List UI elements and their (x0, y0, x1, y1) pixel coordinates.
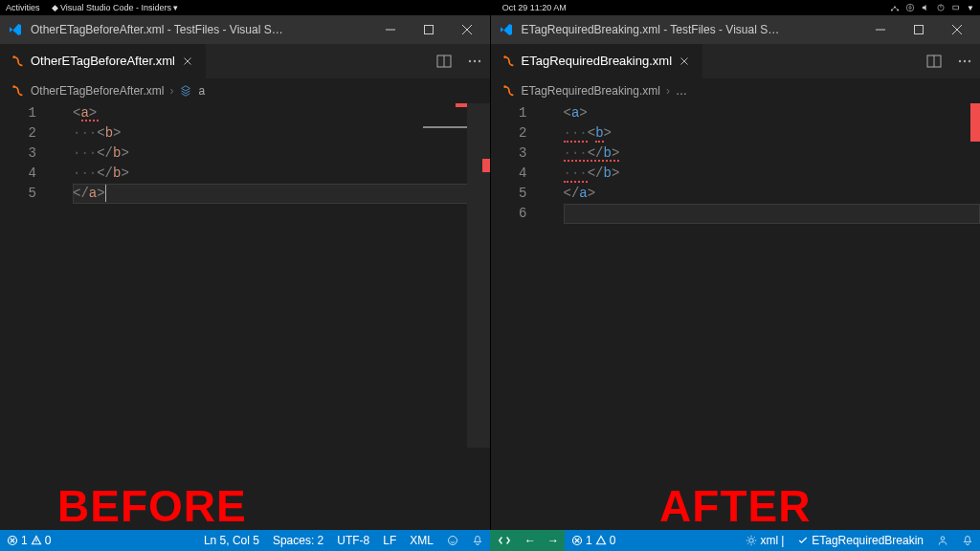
eol[interactable]: LF (376, 530, 403, 551)
task-status[interactable]: ETagRequiredBreakin (791, 530, 930, 551)
split-editor-button[interactable] (429, 44, 459, 78)
minimap[interactable] (467, 103, 490, 530)
svg-point-19 (964, 60, 966, 62)
svg-rect-7 (959, 7, 960, 8)
xml-file-icon (502, 84, 516, 98)
nav-forward[interactable]: → (542, 530, 565, 551)
xml-file-icon (502, 55, 516, 68)
svg-point-4 (909, 6, 910, 7)
minimap-thumb[interactable] (467, 103, 490, 448)
overview-ruler[interactable] (969, 103, 980, 530)
window-title: OtherETagBeforeAfter.xml - TestFiles - V… (31, 23, 368, 36)
left-titlebar[interactable]: OtherETagBeforeAfter.xml - TestFiles - V… (0, 15, 490, 44)
xml-file-icon (11, 55, 25, 68)
check-icon (797, 535, 809, 546)
chevron-down-icon: ▼ (967, 4, 974, 12)
split-editor-button[interactable] (919, 44, 949, 78)
clock[interactable]: Oct 29 11:20 AM (178, 3, 890, 12)
close-button[interactable] (942, 15, 972, 44)
tab-label: OtherETagBeforeAfter.xml (31, 54, 175, 68)
maximize-button[interactable] (413, 15, 444, 44)
more-actions-button[interactable] (949, 44, 980, 78)
code-content[interactable]: <a> ···<b> ···</b> ···</b> </a> (564, 103, 981, 224)
language-server[interactable]: xml | (739, 530, 791, 551)
feedback-button[interactable] (440, 530, 465, 551)
svg-point-21 (503, 85, 506, 88)
feedback-icon (447, 535, 458, 546)
text-cursor (105, 185, 106, 202)
minimize-button[interactable] (375, 15, 406, 44)
close-icon[interactable] (181, 55, 194, 68)
close-button[interactable] (452, 15, 482, 44)
settings-icon (746, 535, 757, 546)
svg-point-26 (941, 537, 945, 540)
svg-point-25 (749, 539, 754, 543)
language-mode[interactable]: XML (403, 530, 440, 551)
current-app[interactable]: ◆ Visual Studio Code - Insiders ▾ (52, 3, 179, 12)
cursor-position[interactable]: Ln 5, Col 5 (197, 530, 266, 551)
close-icon[interactable] (678, 55, 691, 68)
remote-button[interactable] (490, 530, 519, 551)
activities-button[interactable]: Activities (6, 3, 40, 12)
live-share[interactable] (930, 530, 955, 551)
line-gutter: 12345 (0, 103, 54, 204)
svg-point-20 (969, 60, 970, 62)
svg-rect-8 (424, 26, 433, 34)
svg-point-18 (959, 60, 961, 62)
statusbar: 1 0 Ln 5, Col 5 Spaces: 2 UTF-8 LF XML ←… (0, 530, 980, 551)
error-marker (970, 103, 980, 142)
right-titlebar[interactable]: ETagRequiredBreaking.xml - TestFiles - V… (491, 15, 981, 44)
volume-icon (921, 3, 930, 12)
svg-point-23 (449, 537, 457, 545)
right-editor[interactable]: 123456 <a> ···<b> ···</b> ···</b> </a> A… (491, 103, 981, 530)
right-breadcrumb[interactable]: ETagRequiredBreaking.xml › … (491, 78, 981, 103)
bell-icon (962, 535, 973, 546)
error-icon (7, 535, 18, 546)
tab-etagrequired[interactable]: ETagRequiredBreaking.xml (491, 44, 703, 78)
svg-point-16 (503, 55, 506, 58)
svg-point-9 (12, 55, 15, 58)
after-label: AFTER (491, 496, 981, 517)
before-label: BEFORE (57, 496, 247, 517)
right-statusbar: ← → 1 0 xml | ETagRequiredBreakin (490, 530, 980, 551)
battery-icon (951, 3, 961, 12)
left-editor[interactable]: 12345 <a> ···<b> ···</b> ···</b> </a> BE… (0, 103, 490, 530)
left-statusbar: 1 0 Ln 5, Col 5 Spaces: 2 UTF-8 LF XML (0, 530, 490, 551)
tab-otheretag[interactable]: OtherETagBeforeAfter.xml (0, 44, 206, 78)
notifications-button[interactable] (955, 530, 980, 551)
minimap-error-marker (482, 159, 490, 172)
svg-point-11 (468, 60, 470, 62)
right-window: ETagRequiredBreaking.xml - TestFiles - V… (491, 15, 981, 530)
remote-icon (498, 534, 511, 547)
maximize-button[interactable] (903, 15, 934, 44)
accessibility-icon (905, 3, 915, 12)
xml-file-icon (11, 84, 25, 98)
svg-rect-6 (953, 6, 959, 10)
right-tabbar: ETagRequiredBreaking.xml (491, 44, 981, 78)
code-content[interactable]: <a> ···<b> ···</b> ···</b> </a> (73, 103, 490, 204)
minimize-button[interactable] (865, 15, 896, 44)
bell-icon (472, 535, 483, 546)
breadcrumb-file[interactable]: ETagRequiredBreaking.xml (522, 84, 660, 98)
notifications-button[interactable] (465, 530, 490, 551)
tab-label: ETagRequiredBreaking.xml (522, 54, 673, 68)
desktop-topbar: Activities ◆ Visual Studio Code - Inside… (0, 0, 980, 15)
more-actions-button[interactable] (459, 44, 490, 78)
breadcrumb-file[interactable]: OtherETagBeforeAfter.xml (31, 84, 164, 98)
nav-back[interactable]: ← (519, 530, 542, 551)
breadcrumb-symbol[interactable]: a (198, 84, 205, 98)
system-tray[interactable]: ▼ (890, 3, 974, 12)
warning-icon (31, 535, 42, 546)
encoding[interactable]: UTF-8 (330, 530, 376, 551)
problems-button[interactable]: 1 0 (565, 530, 622, 551)
left-window: OtherETagBeforeAfter.xml - TestFiles - V… (0, 15, 491, 530)
error-icon (571, 535, 583, 546)
left-breadcrumb[interactable]: OtherETagBeforeAfter.xml › a (0, 78, 490, 103)
svg-point-14 (12, 85, 15, 88)
network-icon (890, 3, 900, 12)
breadcrumb-more[interactable]: … (676, 84, 687, 98)
window-title: ETagRequiredBreaking.xml - TestFiles - V… (522, 23, 858, 36)
overview-ruler[interactable] (456, 103, 467, 530)
indentation[interactable]: Spaces: 2 (266, 530, 330, 551)
problems-button[interactable]: 1 0 (0, 530, 57, 551)
